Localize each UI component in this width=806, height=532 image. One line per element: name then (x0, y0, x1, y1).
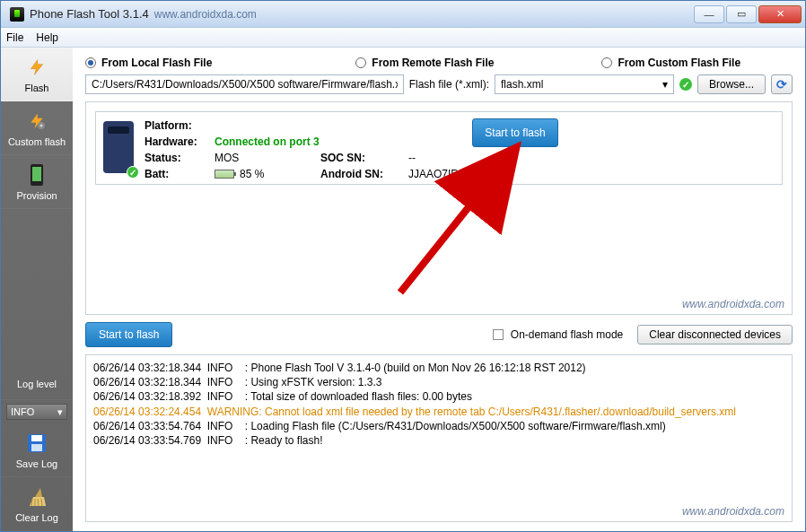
device-panel: ✓ Platform: Hardware: Connected on port … (85, 101, 793, 315)
chevron-down-icon: ▾ (662, 78, 668, 91)
radio-local-flash[interactable]: From Local Flash File (85, 57, 212, 69)
radio-label: From Local Flash File (101, 57, 212, 69)
socsn-key: SOC SN: (320, 152, 401, 164)
path-row: Flash file (*.xml): flash.xml ▾ ✓ Browse… (73, 74, 805, 101)
log-level-select[interactable]: INFO ▾ (6, 404, 67, 420)
sidebar-item-label: Flash (25, 83, 49, 93)
check-icon: ✓ (127, 166, 139, 179)
hardware-key: Hardware: (145, 135, 207, 148)
log-line: 06/26/14 03:33:54.764 INFO : Loading Fla… (93, 419, 784, 433)
battery-icon (215, 170, 234, 179)
platform-key: Platform: (145, 119, 207, 132)
sidebar-item-provision[interactable]: Provision (1, 155, 73, 209)
device-thumb: ✓ (103, 119, 134, 173)
watermark: www.androidxda.com (682, 298, 784, 310)
radio-icon (355, 57, 366, 68)
flash-file-combo[interactable]: flash.xml ▾ (495, 74, 674, 94)
sidebar-item-clear-log[interactable]: Clear Log (1, 477, 73, 531)
menu-help[interactable]: Help (36, 31, 58, 44)
log-line: 06/26/14 03:32:18.344 INFO : Phone Flash… (93, 361, 784, 375)
phone-icon (103, 121, 134, 173)
svg-point-1 (39, 124, 42, 126)
sidebar-item-label: Custom flash (8, 136, 66, 147)
watermark: www.androidxda.com (682, 505, 784, 518)
radio-label: From Remote Flash File (372, 57, 494, 69)
start-flash-button[interactable]: Start to flash (472, 118, 558, 147)
status-value: MOS (215, 152, 313, 164)
radio-label: From Custom Flash File (618, 57, 740, 69)
log-line: 06/26/14 03:32:24.454 WARNING: Cannot lo… (93, 405, 784, 419)
app-window: Phone Flash Tool 3.1.4 www.androidxda.co… (0, 0, 806, 532)
log-panel: 06/26/14 03:32:18.344 INFO : Phone Flash… (85, 354, 793, 522)
log-level-select-wrap: INFO ▾ (1, 400, 73, 423)
ondemand-checkbox[interactable] (493, 329, 504, 340)
socsn-value: -- (408, 152, 525, 164)
log-level-label: Log level (17, 379, 57, 389)
device-grid: Platform: Hardware: Connected on port 3 … (145, 119, 525, 180)
check-icon: ✓ (679, 78, 692, 91)
sidebar-item-flash[interactable]: Flash (1, 48, 73, 101)
svg-rect-7 (31, 444, 42, 451)
sidebar: Flash Custom flash Provision Log level (1, 48, 73, 531)
source-row: From Local Flash File From Remote Flash … (73, 48, 805, 74)
log-level-value: INFO (11, 406, 34, 417)
batt-key: Batt: (145, 168, 207, 180)
phone-icon (25, 163, 48, 187)
sidebar-item-save-log[interactable]: Save Log (1, 423, 73, 477)
bolt-gear-icon (25, 109, 48, 133)
flash-file-path-input[interactable] (85, 74, 404, 94)
chevron-down-icon: ▾ (57, 406, 63, 418)
titlebar: Phone Flash Tool 3.1.4 www.androidxda.co… (1, 1, 805, 28)
floppy-icon (25, 432, 48, 455)
log-line: 06/26/14 03:33:54.769 INFO : Ready to fl… (93, 433, 784, 448)
sidebar-item-label: Save Log (16, 458, 57, 469)
window-controls: — ▭ ✕ (694, 5, 802, 23)
svg-rect-4 (32, 167, 41, 181)
menubar: File Help (1, 28, 805, 48)
filter-label: Flash file (*.xml): (409, 78, 489, 91)
radio-icon (85, 57, 96, 68)
clear-disconnected-button[interactable]: Clear disconnected devices (637, 325, 793, 344)
combo-value: flash.xml (501, 78, 543, 91)
radio-remote-flash[interactable]: From Remote Flash File (355, 57, 494, 69)
androidsn-value: JJAAO7IR8DLJKFOR (408, 168, 525, 180)
radio-custom-flash[interactable]: From Custom Flash File (601, 57, 740, 69)
device-card: ✓ Platform: Hardware: Connected on port … (95, 111, 783, 185)
maximize-button[interactable]: ▭ (726, 5, 757, 23)
bolt-icon (25, 56, 48, 79)
sidebar-log-level-label: Log level (1, 368, 73, 400)
menu-file[interactable]: File (6, 31, 23, 44)
sidebar-item-label: Clear Log (15, 512, 58, 523)
broom-icon (25, 485, 48, 509)
androidsn-key: Android SN: (320, 168, 401, 180)
close-button[interactable]: ✕ (758, 5, 802, 23)
batt-value: 85 % (215, 168, 313, 180)
radio-icon (601, 57, 612, 68)
status-key: Status: (145, 152, 207, 164)
app-icon (10, 7, 24, 22)
ondemand-label: On-demand flash mode (511, 328, 623, 341)
svg-rect-6 (31, 435, 42, 441)
window-title: Phone Flash Tool 3.1.4 (30, 7, 149, 21)
action-row: Start to flash On-demand flash mode Clea… (73, 315, 805, 354)
sidebar-item-custom-flash[interactable]: Custom flash (1, 101, 73, 155)
refresh-button[interactable]: ⟳ (771, 74, 793, 94)
window-subtitle: www.androidxda.com (154, 8, 257, 21)
log-line: 06/26/14 03:32:18.392 INFO : Total size … (93, 389, 784, 404)
log-line: 06/26/14 03:32:18.344 INFO : Using xFSTK… (93, 375, 784, 389)
browse-button[interactable]: Browse... (697, 74, 766, 94)
start-flash-button-bottom[interactable]: Start to flash (85, 322, 172, 347)
refresh-icon: ⟳ (776, 77, 787, 92)
main-panel: From Local Flash File From Remote Flash … (73, 48, 805, 531)
sidebar-item-label: Provision (16, 190, 57, 201)
minimize-button[interactable]: — (694, 5, 724, 23)
